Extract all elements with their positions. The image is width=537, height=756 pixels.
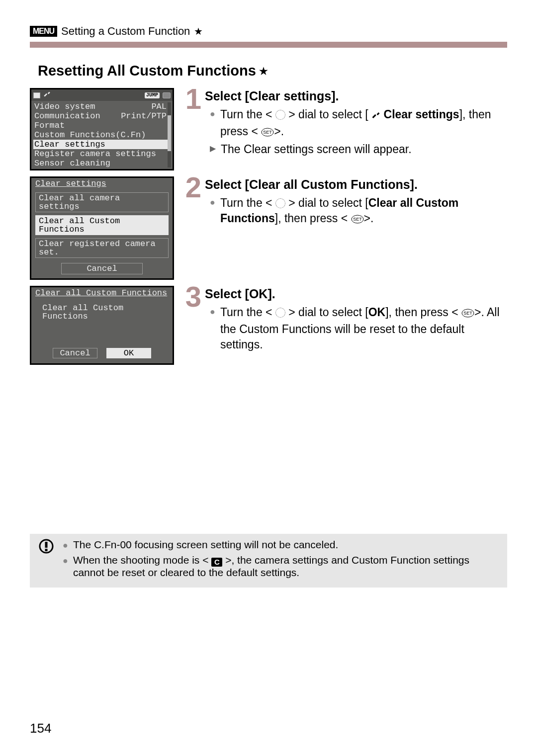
caution-box: ● The C.Fn-00 focusing screen setting wi… <box>30 534 507 588</box>
caution-icon <box>39 539 54 581</box>
menu-item-value: PAL <box>151 102 170 111</box>
step-number: 2 <box>183 176 202 229</box>
step-number: 1 <box>183 88 202 158</box>
section-title: Resetting All Custom Functions ★ <box>30 63 507 79</box>
svg-text:SET: SET <box>463 311 472 316</box>
dial-icon <box>275 198 285 208</box>
wrench-icon <box>371 108 380 124</box>
breadcrumb-title: Setting a Custom Function <box>61 25 190 38</box>
menu-item-label: Communication <box>34 112 100 120</box>
note-text: The C.Fn-00 focusing screen setting will… <box>73 539 338 552</box>
lcd-title: Clear all Custom Functions <box>31 287 173 299</box>
dial-icon <box>275 308 285 318</box>
menu-item-value: Print/PTP <box>121 112 170 120</box>
option-clear-all-camera-settings[interactable]: Clear all camera settings <box>35 192 169 212</box>
lcd-title: Clear settings <box>31 178 173 189</box>
cancel-button[interactable]: Cancel <box>61 263 143 274</box>
lcd-menu-screen: JUMP Video systemPALCommunicationPrint/P… <box>30 88 174 170</box>
menu-badge: MENU <box>30 26 57 37</box>
menu-item-label: Clear settings <box>34 140 105 149</box>
menu-item-label: Sensor cleaning <box>34 159 110 168</box>
bullet-icon: ● <box>210 305 215 352</box>
menu-item-video-system[interactable]: Video systemPAL <box>31 102 173 111</box>
jump-badge: JUMP <box>145 92 160 98</box>
step-text: Turn the < > dial to select [Clear all C… <box>220 195 507 228</box>
step-text: The Clear settings screen will appear. <box>221 142 412 157</box>
step-number: 3 <box>183 286 202 353</box>
menu-item-label: Register camera settings <box>34 150 156 158</box>
step-3: 3 Select [OK]. ● Turn the < > dial to se… <box>183 286 507 353</box>
menu-item-communication[interactable]: CommunicationPrint/PTP <box>31 111 173 121</box>
option-clear-all-custom-functions[interactable]: Clear all Custom Functions <box>35 215 169 235</box>
section-title-text: Resetting All Custom Functions <box>38 63 256 79</box>
step-title: Select [Clear all Custom Functions]. <box>205 176 507 193</box>
menu-item-custom-functions-c-fn-[interactable]: Custom Functions(C.Fn) <box>31 130 173 140</box>
breadcrumb: MENU Setting a Custom Function ★ <box>30 25 507 38</box>
svg-rect-8 <box>45 549 48 551</box>
step-1: 1 Select [Clear settings]. ● Turn the < … <box>183 88 507 158</box>
dial-icon <box>275 110 285 120</box>
set-icon: SET <box>461 306 474 322</box>
bullet-icon: ● <box>210 107 215 141</box>
divider <box>30 42 507 48</box>
bullet-icon: ● <box>63 539 68 552</box>
menu-item-label: Video system <box>34 102 95 111</box>
lcd-confirm-screen: Clear all Custom Functions Clear all Cus… <box>30 286 174 365</box>
star-icon: ★ <box>259 65 268 77</box>
menu-item-label: Format <box>34 121 65 130</box>
folder-icon <box>33 92 40 98</box>
page-number: 154 <box>30 721 51 736</box>
menu-item-label: Custom Functions(C.Fn) <box>34 131 146 139</box>
c-mode-icon: C <box>211 558 222 567</box>
bullet-icon: ● <box>63 554 68 579</box>
cancel-button[interactable]: Cancel <box>53 348 97 358</box>
lcd-subtitle: Clear all Custom Functions <box>31 299 173 321</box>
star-icon: ★ <box>194 25 203 37</box>
step-text: Turn the < > dial to select [OK], then p… <box>220 305 507 352</box>
set-icon: SET <box>351 212 364 228</box>
scrollbar[interactable] <box>168 102 171 168</box>
lcd-header: JUMP <box>31 89 173 101</box>
note-text: When the shooting mode is < C >, the cam… <box>73 554 498 579</box>
svg-rect-7 <box>45 542 48 548</box>
step-title: Select [Clear settings]. <box>205 88 507 105</box>
svg-text:SET: SET <box>264 130 272 135</box>
menu-item-sensor-cleaning[interactable]: Sensor cleaning <box>31 159 173 168</box>
camera-icon <box>163 92 171 98</box>
step-text: Turn the < > dial to select [ Clear sett… <box>220 107 507 141</box>
lcd-clear-settings-screen: Clear settings Clear all camera settings… <box>30 176 174 280</box>
bullet-icon: ● <box>210 195 215 228</box>
menu-item-register-camera-settings[interactable]: Register camera settings <box>31 149 173 159</box>
triangle-icon: ▶ <box>210 142 216 157</box>
wrench-icon <box>43 90 51 100</box>
menu-item-clear-settings[interactable]: Clear settings <box>33 140 171 149</box>
step-2: 2 Select [Clear all Custom Functions]. ●… <box>183 176 507 229</box>
svg-text:SET: SET <box>353 217 362 222</box>
option-clear-registered-camera-set-[interactable]: Clear registered camera set. <box>35 238 169 258</box>
menu-item-format[interactable]: Format <box>31 121 173 130</box>
ok-button[interactable]: OK <box>106 348 151 358</box>
step-title: Select [OK]. <box>205 286 507 303</box>
set-icon: SET <box>261 125 274 141</box>
